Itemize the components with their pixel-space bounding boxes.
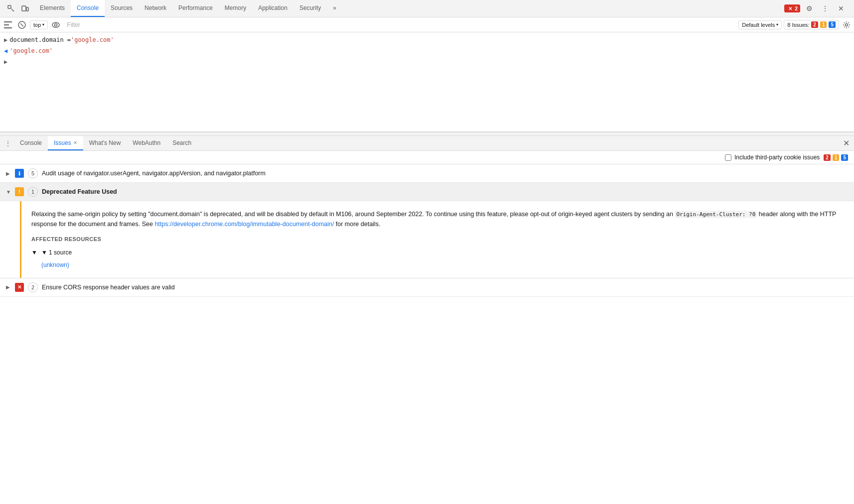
affected-resources-heading: AFFECTED RESOURCES bbox=[31, 235, 844, 244]
top-tab-bar: Elements Console Sources Network Perform… bbox=[0, 0, 854, 17]
default-levels-label: Default levels bbox=[742, 22, 775, 28]
issues-badge-count: 2 bbox=[795, 5, 798, 11]
issue-audit-count: 5 bbox=[28, 168, 38, 178]
svg-rect-2 bbox=[26, 7, 28, 11]
console-output: ▶ document.domain = 'google.com' ◀ 'goog… bbox=[0, 32, 854, 132]
console-toolbar: top ▾ Default levels ▾ 8 Issues: 2 1 5 bbox=[0, 17, 854, 32]
close-devtools-button[interactable]: ✕ bbox=[834, 1, 848, 15]
sidebar-toggle-button[interactable] bbox=[2, 19, 14, 30]
tab-application[interactable]: Application bbox=[252, 0, 293, 17]
third-party-cookie-checkbox-label[interactable]: Include third-party cookie issues bbox=[725, 154, 820, 161]
bottom-tab-whats-new[interactable]: What's New bbox=[83, 136, 127, 150]
console-settings-button[interactable] bbox=[841, 19, 852, 30]
issue-cors-arrow: ▶ bbox=[6, 284, 11, 290]
issue-deprecated-detail: Relaxing the same-origin policy by setti… bbox=[0, 201, 854, 278]
svg-rect-1 bbox=[22, 6, 26, 11]
tab-elements[interactable]: Elements bbox=[34, 0, 71, 17]
svg-rect-3 bbox=[4, 21, 12, 22]
bottom-tab-webauthn[interactable]: WebAuthn bbox=[127, 136, 166, 150]
issue-row-audit[interactable]: ▶ ℹ 5 Audit usage of navigator.userAgent… bbox=[0, 164, 854, 183]
inspect-element-icon[interactable] bbox=[5, 2, 17, 14]
issues-label: 8 Issues: bbox=[787, 22, 809, 28]
issues-toolbar: Include third-party cookie issues 2 1 5 bbox=[0, 151, 854, 164]
issues-yellow-badge: 1 bbox=[820, 21, 827, 28]
bottom-tab-console[interactable]: Console bbox=[14, 136, 48, 150]
clear-console-button[interactable] bbox=[16, 19, 28, 30]
prompt-arrow-2[interactable]: ▶ bbox=[4, 57, 7, 66]
chevron-down-icon: ▾ bbox=[42, 22, 44, 27]
issue-deprecated-icon: ! bbox=[15, 187, 24, 196]
top-right-actions: ✕ 2 ⚙ ⋮ ✕ bbox=[780, 1, 852, 15]
issue-deprecated-arrow: ▼ bbox=[6, 189, 11, 195]
tab-console[interactable]: Console bbox=[71, 0, 105, 17]
issue-detail-link[interactable]: https://developer.chrome.com/blog/immuta… bbox=[154, 221, 334, 228]
issues-toolbar-blue-badge: 5 bbox=[841, 154, 848, 161]
issue-detail-content: Relaxing the same-origin policy by setti… bbox=[20, 201, 854, 278]
tab-network[interactable]: Network bbox=[139, 0, 172, 17]
eye-filter-button[interactable] bbox=[50, 19, 62, 30]
panel-divider bbox=[0, 132, 854, 136]
svg-line-7 bbox=[20, 23, 23, 26]
close-bottom-panel-button[interactable]: ✕ bbox=[840, 137, 852, 149]
issue-row-cors[interactable]: ▶ ✕ 2 Ensure CORS response header values… bbox=[0, 278, 854, 297]
issues-red-icon: ✕ bbox=[787, 6, 794, 11]
issues-toolbar-red-badge: 2 bbox=[824, 154, 831, 161]
svg-rect-0 bbox=[8, 5, 11, 8]
tab-security[interactable]: Security bbox=[293, 0, 327, 17]
default-levels-dropdown[interactable]: Default levels ▾ bbox=[738, 20, 782, 29]
console-line-2: ◀ 'google.com' bbox=[4, 45, 850, 56]
issues-counter[interactable]: 8 Issues: 2 1 5 bbox=[784, 20, 839, 29]
source-toggle[interactable]: ▼ ▼ 1 source bbox=[31, 248, 844, 257]
issues-toolbar-yellow-badge: 1 bbox=[833, 154, 840, 161]
devtools-icons bbox=[2, 2, 34, 14]
prompt-arrow-1[interactable]: ▶ bbox=[4, 35, 7, 44]
issue-audit-arrow: ▶ bbox=[6, 171, 11, 176]
tab-performance[interactable]: Performance bbox=[172, 0, 219, 17]
bottom-tab-bar: ⋮ Console Issues ✕ What's New WebAuthn S… bbox=[0, 136, 854, 151]
source-unknown-item: (unknown) bbox=[31, 260, 844, 270]
context-selector[interactable]: top ▾ bbox=[30, 20, 48, 29]
issues-red-badge: 2 bbox=[811, 21, 818, 28]
bottom-tab-list: Console Issues ✕ What's New WebAuthn Sea… bbox=[14, 136, 840, 150]
svg-rect-4 bbox=[4, 24, 9, 25]
close-issues-tab-icon[interactable]: ✕ bbox=[73, 140, 77, 145]
settings-button[interactable]: ⚙ bbox=[802, 1, 816, 15]
console-line-3: ▶ bbox=[4, 56, 850, 67]
third-party-cookie-checkbox[interactable] bbox=[725, 154, 731, 161]
issue-audit-title: Audit usage of navigator.userAgent, navi… bbox=[42, 170, 266, 177]
issue-row-deprecated[interactable]: ▼ ! 1 Deprecated Feature Used bbox=[0, 183, 854, 201]
tab-sources[interactable]: Sources bbox=[105, 0, 139, 17]
svg-point-8 bbox=[52, 22, 59, 27]
issue-deprecated-title: Deprecated Feature Used bbox=[42, 188, 117, 195]
issues-blue-badge: 5 bbox=[829, 21, 836, 28]
svg-point-9 bbox=[55, 23, 57, 26]
source-toggle-arrow: ▼ bbox=[31, 248, 37, 257]
more-actions-button[interactable]: ⋮ bbox=[818, 1, 832, 15]
issue-audit-icon: ℹ bbox=[15, 169, 24, 178]
result-arrow-1: ◀ bbox=[4, 46, 7, 55]
bottom-tab-issues[interactable]: Issues ✕ bbox=[48, 136, 83, 150]
context-label: top bbox=[33, 22, 41, 28]
console-line-1: ▶ document.domain = 'google.com' bbox=[4, 34, 850, 45]
issue-detail-paragraph: Relaxing the same-origin policy by setti… bbox=[31, 209, 844, 229]
chevron-down-icon: ▾ bbox=[776, 22, 778, 27]
issues-badge[interactable]: ✕ 2 bbox=[784, 4, 800, 12]
main-tab-list: Elements Console Sources Network Perform… bbox=[34, 0, 780, 17]
device-toggle-icon[interactable] bbox=[19, 2, 31, 14]
bottom-tab-search[interactable]: Search bbox=[166, 136, 197, 150]
bottom-tab-menu-icon[interactable]: ⋮ bbox=[2, 137, 14, 149]
filter-input[interactable] bbox=[64, 21, 736, 28]
issue-cors-icon: ✕ bbox=[15, 283, 24, 292]
svg-point-10 bbox=[846, 23, 848, 26]
issue-cors-title: Ensure CORS response header values are v… bbox=[42, 284, 175, 291]
affected-resources: AFFECTED RESOURCES ▼ ▼ 1 source (unknown… bbox=[31, 235, 844, 270]
issue-deprecated-count: 1 bbox=[28, 187, 38, 197]
tab-memory[interactable]: Memory bbox=[219, 0, 252, 17]
issues-count-badges: 2 1 5 bbox=[824, 154, 848, 161]
svg-rect-5 bbox=[4, 27, 12, 28]
tab-more[interactable]: » bbox=[327, 0, 342, 17]
issue-cors-count: 2 bbox=[28, 282, 38, 292]
